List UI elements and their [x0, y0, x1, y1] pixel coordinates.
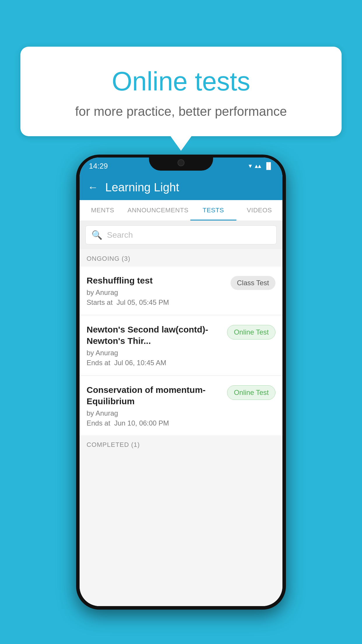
signal-icon: ▴▴: [255, 162, 261, 170]
test-date: Ends at Jul 06, 10:45 AM: [87, 359, 222, 367]
status-icons: ▾ ▴▴ ▐▌: [249, 162, 273, 170]
test-info: Newton's Second law(contd)-Newton's Thir…: [87, 324, 222, 367]
speech-bubble: Online tests for more practice, better p…: [20, 47, 342, 136]
tab-assignments[interactable]: MENTS: [80, 200, 126, 220]
test-item[interactable]: Newton's Second law(contd)-Newton's Thir…: [80, 316, 282, 375]
ongoing-section-header: ONGOING (3): [80, 249, 282, 267]
phone-mockup: 14:29 ▾ ▴▴ ▐▌ ← Learning Light MENTS ANN…: [76, 155, 286, 610]
back-button[interactable]: ←: [88, 181, 98, 193]
test-author: by Anurag: [87, 349, 222, 357]
test-item[interactable]: Reshuffling test by Anurag Starts at Jul…: [80, 267, 282, 315]
test-author: by Anurag: [87, 288, 226, 297]
test-date: Ends at Jun 10, 06:00 PM: [87, 419, 222, 427]
online-test-badge: Online Test: [227, 325, 275, 340]
tab-announcements[interactable]: ANNOUNCEMENTS: [126, 200, 190, 220]
battery-icon: ▐▌: [264, 162, 273, 170]
phone-notch: [149, 155, 213, 171]
class-test-badge: Class Test: [231, 276, 275, 290]
test-item[interactable]: Conservation of momentum-Equilibrium by …: [80, 376, 282, 436]
app-title: Learning Light: [105, 181, 179, 194]
test-title: Reshuffling test: [87, 275, 226, 286]
bubble-title: Online tests: [44, 67, 318, 96]
test-info: Reshuffling test by Anurag Starts at Jul…: [87, 275, 226, 307]
test-date: Starts at Jul 05, 05:45 PM: [87, 298, 226, 307]
bubble-subtitle: for more practice, better performance: [44, 104, 318, 119]
online-test-badge: Online Test: [227, 385, 275, 400]
content-list: ONGOING (3) Reshuffling test by Anurag S…: [80, 249, 282, 606]
tabs-container: MENTS ANNOUNCEMENTS TESTS VIDEOS: [80, 200, 282, 221]
test-title: Newton's Second law(contd)-Newton's Thir…: [87, 324, 222, 346]
search-icon: 🔍: [92, 230, 102, 240]
status-time: 14:29: [89, 162, 108, 171]
phone-frame: 14:29 ▾ ▴▴ ▐▌ ← Learning Light MENTS ANN…: [76, 155, 286, 610]
test-info: Conservation of momentum-Equilibrium by …: [87, 384, 222, 427]
tab-videos[interactable]: VIDEOS: [236, 200, 282, 220]
phone-screen: 14:29 ▾ ▴▴ ▐▌ ← Learning Light MENTS ANN…: [80, 158, 282, 606]
search-placeholder: Search: [107, 230, 133, 240]
completed-section-header: COMPLETED (1): [80, 436, 282, 453]
test-author: by Anurag: [87, 409, 222, 417]
bubble-tail: [171, 136, 191, 151]
promo-section: Online tests for more practice, better p…: [20, 47, 342, 151]
app-header: ← Learning Light: [80, 174, 282, 200]
search-container: 🔍 Search: [80, 221, 282, 249]
tab-tests[interactable]: TESTS: [190, 200, 236, 220]
phone-camera: [178, 159, 184, 166]
test-title: Conservation of momentum-Equilibrium: [87, 384, 222, 407]
wifi-icon: ▾: [249, 162, 252, 170]
search-input[interactable]: 🔍 Search: [85, 225, 277, 244]
